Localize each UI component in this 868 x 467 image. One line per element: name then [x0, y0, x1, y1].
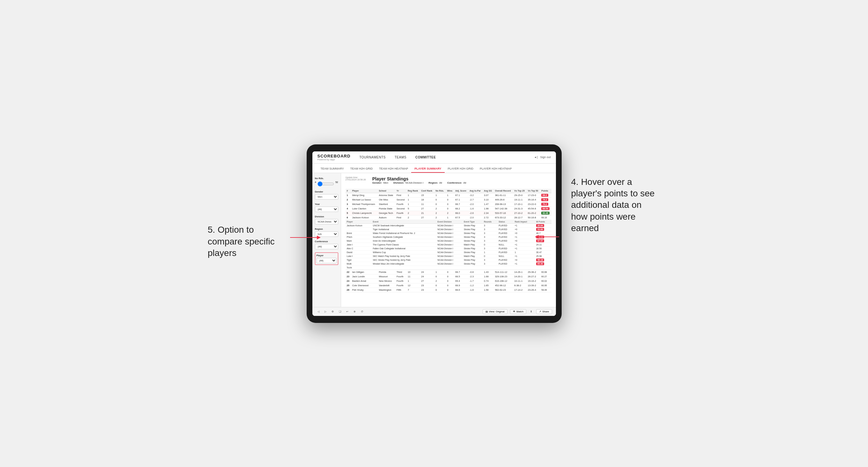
- ev-points[interactable]: 30.47: [535, 250, 552, 254]
- no-rds-slider[interactable]: [317, 181, 334, 186]
- sign-out-link[interactable]: Sign out: [540, 156, 551, 159]
- table-row: 3 Michael Thorbjornsen Stanford Fourth 1…: [345, 202, 552, 206]
- add-btn[interactable]: ⊕: [352, 310, 357, 314]
- sub-nav-team-h2h-grid[interactable]: TEAM H2H GRID: [347, 165, 376, 173]
- conf-rank: 24: [420, 270, 434, 274]
- points-cell[interactable]: 70.2: [540, 202, 551, 206]
- no-rds-max: 52: [335, 181, 338, 187]
- points-cell[interactable]: 60.02: [540, 279, 551, 283]
- vs-top25: 14-26-1: [513, 270, 526, 274]
- points-cell[interactable]: 76.2: [540, 197, 551, 202]
- avg-to-par: -2.0: [468, 202, 483, 206]
- overall-record: 562-62-23: [494, 287, 513, 292]
- avg-to-par: -1.2: [468, 283, 483, 287]
- ev-points[interactable]: 20.64: [535, 223, 552, 227]
- region-select[interactable]: N/A: [315, 231, 338, 237]
- points-cell[interactable]: 68.2: [540, 193, 551, 197]
- ev-points[interactable]: 16.50: [535, 246, 552, 250]
- vs-top25: 17-14-2: [513, 287, 526, 292]
- ev-rank-impact: [514, 266, 535, 269]
- player-select[interactable]: (All): [316, 258, 337, 263]
- ev-points[interactable]: 56.18: [535, 258, 552, 262]
- reg-rank: 7: [406, 287, 420, 292]
- points-cell[interactable]: 60.27: [540, 274, 551, 279]
- ev-rank-impact: +1: [514, 235, 535, 239]
- ev-points[interactable]: 97.57: [535, 239, 552, 243]
- avg-sg: 1.65: [483, 283, 494, 287]
- view-btn[interactable]: ▤ View: Original: [483, 309, 507, 314]
- ev-type: Stroke Play: [463, 250, 483, 254]
- ev-points[interactable]: 24.11: [535, 243, 552, 246]
- adj-score: 68.7: [454, 202, 468, 206]
- back-btn[interactable]: ◁: [316, 310, 321, 314]
- sub-nav-player-h2h-heatmap[interactable]: PLAYER H2H HEATMAP: [476, 165, 515, 173]
- yr: Fourth: [395, 274, 406, 279]
- ev-points[interactable]: 65.40: [535, 262, 552, 266]
- points-cell[interactable]: 60.68: [540, 270, 551, 274]
- nav-committee[interactable]: COMMITTEE: [414, 155, 437, 160]
- undo-btn[interactable]: ↩: [345, 310, 350, 314]
- table-row: 26 Petr Hruby Washington Fifth 7 23 0 0 …: [345, 287, 552, 292]
- no-rds-min: 4: [315, 181, 316, 187]
- ev-status: PLAYED: [497, 250, 514, 254]
- settings-btn[interactable]: ⚙: [330, 310, 335, 314]
- avg-sg: 1.98: [483, 206, 494, 211]
- nav-teams[interactable]: TEAMS: [393, 155, 408, 160]
- conf-rank: 15: [420, 193, 434, 197]
- ev-status: PLAYED: [497, 239, 514, 243]
- nav-tournaments[interactable]: TOURNAMENTS: [358, 155, 387, 160]
- share-btn[interactable]: ↗ Share: [536, 309, 552, 314]
- ev-player: David: [345, 250, 372, 254]
- yr: Fourth: [395, 279, 406, 283]
- avg-to-par: -3.2: [468, 193, 483, 197]
- sub-nav-player-summary[interactable]: PLAYER SUMMARY: [411, 165, 444, 173]
- col-wins: Wins: [446, 189, 454, 193]
- sidebar-conference: Conference (All): [315, 240, 338, 249]
- ev-points[interactable]: 73.33: [535, 235, 552, 239]
- points-cell[interactable]: 60.95: [540, 283, 551, 287]
- ev-rank-impact: +1: [514, 243, 535, 246]
- header-back[interactable]: ◂ |: [534, 156, 538, 159]
- conference-select[interactable]: (All): [315, 244, 338, 249]
- points-cell[interactable]: 58.49: [540, 287, 551, 292]
- adj-score: 67.5: [454, 215, 468, 220]
- avg-sg: 0.74: [483, 279, 494, 283]
- copy-btn[interactable]: ❏: [338, 310, 342, 314]
- adj-score: 68.0: [454, 211, 468, 215]
- detail-section-header: Player Event Event Division Event Type R…: [345, 220, 552, 270]
- points-cell[interactable]: 68.18: [540, 215, 551, 220]
- ev-player: Luke I: [345, 254, 372, 258]
- gender-select[interactable]: Men Women: [315, 194, 338, 199]
- sub-nav-team-h2h-heatmap[interactable]: TEAM H2H HEATMAP: [376, 165, 411, 173]
- overall-record: 329-108-23: [494, 274, 513, 279]
- player-name: Michael La Sasso: [351, 197, 378, 202]
- table-row: 22 Ian Gilligan Florida Third 10 24 1 0 …: [345, 270, 552, 274]
- col-vs-top50: Vs Top 50: [527, 189, 540, 193]
- timer-btn[interactable]: ⏱: [360, 310, 365, 314]
- sidebar-division: Division NCAA Division I: [315, 215, 338, 224]
- ev-player: Phich: [345, 235, 372, 239]
- ev-division: [436, 266, 463, 269]
- ev-points[interactable]: 53.60: [535, 227, 552, 231]
- rank: 4: [345, 206, 351, 211]
- rank: 1: [345, 193, 351, 197]
- wins: 0: [446, 270, 454, 274]
- points-cell[interactable]: 68.54: [540, 206, 551, 211]
- sub-nav-player-h2h-grid[interactable]: PLAYER H2H GRID: [445, 165, 476, 173]
- download-btn[interactable]: ⬇: [529, 310, 534, 314]
- ev-points[interactable]: 46.7: [535, 231, 552, 235]
- points-cell[interactable]: 60.49: [540, 211, 551, 215]
- division-select[interactable]: NCAA Division I: [315, 219, 338, 224]
- overall-record: 616-168-12: [494, 279, 513, 283]
- sub-nav-team-summary[interactable]: TEAM SUMMARY: [317, 165, 347, 173]
- ev-rank-impact: +1: [514, 262, 535, 266]
- avg-sg: 2.34: [483, 211, 494, 215]
- ev-player: Jake I: [345, 243, 372, 246]
- wins: 2: [446, 211, 454, 215]
- forward-btn[interactable]: ▷: [323, 310, 328, 314]
- ev-event: SEC Stroke Play hosted by Jerry Pate: [372, 258, 436, 262]
- watch-btn[interactable]: 👁 Watch: [510, 309, 526, 314]
- year-select[interactable]: (All): [315, 207, 338, 212]
- reg-rank: 10: [406, 270, 420, 274]
- ev-points[interactable]: 25.98: [535, 254, 552, 258]
